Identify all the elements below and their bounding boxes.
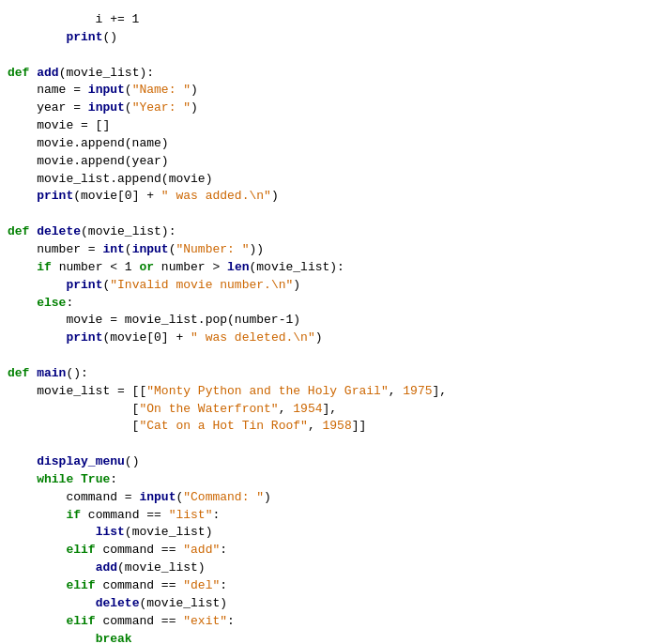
line-movie-append-name: movie.append(name) bbox=[0, 135, 657, 153]
line-name-input: name = input("Name: ") bbox=[0, 82, 657, 100]
line-elif-exit: elif command == "exit": bbox=[0, 613, 657, 631]
code-viewer: i += 1 print() def add(movie_list): name… bbox=[0, 8, 657, 644]
line-movie-append-year: movie.append(year) bbox=[0, 153, 657, 171]
line-2: print() bbox=[0, 29, 657, 47]
line-elif-del: elif command == "del": bbox=[0, 577, 657, 595]
line-def-main: def main(): bbox=[0, 365, 657, 383]
line-blank-2 bbox=[0, 206, 657, 223]
line-blank-4 bbox=[0, 436, 657, 453]
line-number-input: number = int(input("Number: ")) bbox=[0, 241, 657, 259]
line-blank-3 bbox=[0, 347, 657, 365]
line-movie-pop: movie = movie_list.pop(number-1) bbox=[0, 312, 657, 330]
line-blank-1 bbox=[0, 47, 657, 65]
line-print-invalid: print("Invalid movie number.\n") bbox=[0, 277, 657, 295]
line-year-input: year = input("Year: ") bbox=[0, 100, 657, 117]
line-add-call: add(movie_list) bbox=[0, 560, 657, 577]
line-def-add: def add(movie_list): bbox=[0, 65, 657, 83]
line-delete-call: delete(movie_list) bbox=[0, 595, 657, 613]
line-while-true: while True: bbox=[0, 471, 657, 489]
line-movielist-init2: ["On the Waterfront", 1954], bbox=[0, 401, 657, 419]
line-movielist-init1: movie_list = [["Monty Python and the Hol… bbox=[0, 383, 657, 401]
line-1: i += 1 bbox=[0, 11, 657, 29]
line-display-menu: display_menu() bbox=[0, 453, 657, 471]
line-elif-add: elif command == "add": bbox=[0, 542, 657, 560]
line-print-deleted: print(movie[0] + " was deleted.\n") bbox=[0, 330, 657, 347]
line-if-number: if number < 1 or number > len(movie_list… bbox=[0, 259, 657, 277]
line-movie-empty: movie = [] bbox=[0, 117, 657, 135]
line-list-call: list(movie_list) bbox=[0, 524, 657, 542]
line-movielist-init3: ["Cat on a Hot Tin Roof", 1958]] bbox=[0, 418, 657, 436]
line-if-list: if command == "list": bbox=[0, 507, 657, 525]
line-movielist-append: movie_list.append(movie) bbox=[0, 171, 657, 189]
line-else-1: else: bbox=[0, 295, 657, 313]
line-break: break bbox=[0, 631, 657, 644]
line-def-delete: def delete(movie_list): bbox=[0, 223, 657, 241]
line-command-input: command = input("Command: ") bbox=[0, 489, 657, 507]
line-print-added: print(movie[0] + " was added.\n") bbox=[0, 188, 657, 206]
